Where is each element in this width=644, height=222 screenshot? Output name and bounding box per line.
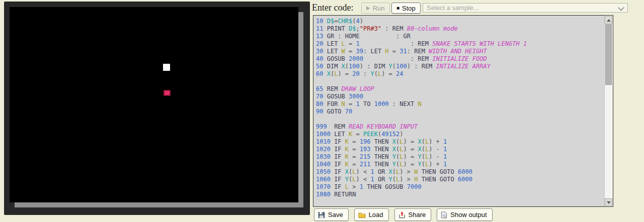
scroll-down-button[interactable] — [605, 198, 612, 206]
document-icon — [441, 211, 447, 218]
code-line — [316, 198, 605, 206]
share-icon — [398, 211, 406, 218]
folder-icon — [358, 211, 366, 218]
stop-button-label: Stop — [402, 5, 416, 12]
show-output-button-label: Show output — [450, 211, 487, 218]
code-line: 1999 REM CREATE FOOD — [316, 206, 605, 206]
run-button[interactable]: ▶ Run — [361, 3, 390, 14]
scroll-up-button[interactable] — [605, 16, 612, 24]
code-line: 13 GR : HOME : GR — [316, 33, 605, 40]
emulator-bezel — [4, 2, 310, 215]
code-line: 1030 IF K = 215 THEN Y(L) = Y(L) - 1 — [316, 153, 605, 161]
show-output-button[interactable]: Show output — [437, 208, 492, 221]
action-bar: Save Load Share Show output — [314, 208, 493, 221]
play-icon: ▶ — [366, 6, 370, 11]
floppy-icon — [318, 211, 325, 218]
load-button-label: Load — [369, 211, 383, 218]
code-line: 1050 IF X(L) < 1 OR X(L) > W THEN GOTO 6… — [316, 168, 605, 176]
emulator-screen[interactable] — [10, 7, 298, 202]
code-line: 1010 IF K = 196 THEN X(L) = X(L) + 1 — [316, 138, 605, 146]
code-line: 1060 IF Y(L) < 1 OR Y(L) > H THEN GOTO 6… — [316, 176, 605, 183]
code-line: 40 GOSUB 2000 : REM INITIALIZE FOOD — [316, 55, 605, 63]
code-line: 11 PRINT D$;"PR#3" : REM 80-column mode — [316, 25, 605, 33]
sample-select[interactable]: Select a sample... — [423, 3, 628, 13]
chevron-down-icon — [618, 5, 624, 11]
code-line — [316, 116, 605, 123]
code-line — [316, 78, 605, 85]
code-line: 50 DIM X(100) : DIM Y(100) : REM INTIALI… — [316, 63, 605, 70]
code-line: 30 LET W = 39: LET H = 31: REM WIDTH AND… — [316, 48, 605, 55]
code-line: 1020 IF K = 193 THEN X(L) = X(L) - 1 — [316, 146, 605, 153]
save-button[interactable]: Save — [314, 208, 349, 221]
code-line: 1000 LET K = PEEK(49152) — [316, 131, 605, 138]
arrow-up-icon — [607, 19, 611, 22]
editor-scrollbar[interactable] — [604, 16, 613, 206]
food-cell — [164, 90, 171, 96]
sample-select-placeholder: Select a sample... — [427, 4, 478, 12]
code-line: 1040 IF K = 211 THEN Y(L) = Y(L) + 1 — [316, 161, 605, 168]
run-button-label: Run — [373, 5, 385, 12]
code-line: 80 FOR N = 1 TO 1000 : NEXT N — [316, 100, 605, 108]
code-area[interactable]: 10 D$=CHR$(4)11 PRINT D$;"PR#3" : REM 80… — [313, 16, 605, 206]
page: Enter code: ▶ Run ■ Stop Select a sample… — [0, 0, 644, 222]
save-button-label: Save — [328, 211, 343, 218]
code-line: 90 GOTO 70 — [316, 108, 605, 116]
code-line: 999 REM READ KEYBOARD INPUT — [316, 123, 605, 131]
snake-cell — [163, 64, 170, 71]
share-button-label: Share — [409, 211, 426, 218]
code-line: 20 LET L = 1 : REM SNAKE STARTS WITH LEN… — [316, 40, 605, 48]
code-line: 1070 IF L > 1 THEN GOSUB 7000 — [316, 183, 605, 191]
code-line: 60 X(L) = 20 : Y(L) = 24 — [316, 70, 605, 78]
stop-button[interactable]: ■ Stop — [391, 3, 421, 14]
arrow-down-icon — [607, 201, 611, 204]
code-line: 65 REM DRAW LOOP — [316, 85, 605, 93]
stop-icon: ■ — [396, 6, 399, 11]
code-editor[interactable]: 10 D$=CHR$(4)11 PRINT D$;"PR#3" : REM 80… — [313, 15, 613, 207]
enter-code-label: Enter code: — [312, 3, 353, 13]
code-line: 70 GOSUB 3000 — [316, 93, 605, 100]
share-button[interactable]: Share — [394, 208, 432, 221]
load-button[interactable]: Load — [354, 208, 389, 221]
code-line: 10 D$=CHR$(4) — [316, 18, 605, 25]
scrollbar-thumb[interactable] — [605, 24, 612, 85]
code-line: 1080 RETURN — [316, 191, 605, 198]
